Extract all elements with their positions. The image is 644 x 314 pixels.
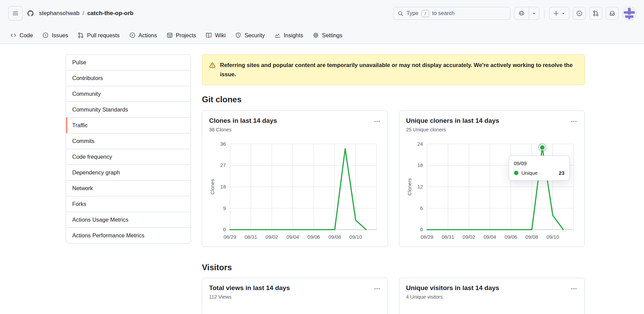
svg-text:09/08: 09/08	[329, 234, 341, 240]
svg-text:9: 9	[223, 206, 226, 211]
line-chart: 0612182408/2908/3109/0209/0409/0609/0809…	[406, 139, 578, 240]
svg-text:09/04: 09/04	[484, 234, 496, 240]
tab-wiki[interactable]: Wiki	[201, 27, 230, 44]
identicon	[622, 6, 636, 20]
clones-chart[interactable]: 0918273608/2908/3109/0209/0409/0609/0809…	[209, 139, 381, 240]
hamburger-menu-button[interactable]	[8, 6, 23, 21]
svg-text:0: 0	[420, 227, 423, 232]
card-header: Unique visitors in last 14 days 4 Unique…	[406, 284, 578, 300]
svg-text:24: 24	[417, 141, 423, 147]
github-logo-icon[interactable]	[27, 10, 34, 16]
svg-text:09/02: 09/02	[462, 234, 475, 240]
sidebar-item-commits[interactable]: Commits	[66, 133, 191, 149]
warning-banner-text: Referring sites and popular content are …	[220, 61, 578, 79]
three-bars-icon	[12, 10, 18, 16]
copilot-button[interactable]	[514, 7, 529, 19]
tab-actions[interactable]: Actions	[125, 27, 162, 44]
svg-text:09/02: 09/02	[266, 234, 278, 240]
sidebar-item-community[interactable]: Community	[66, 86, 191, 102]
create-new-button[interactable]	[549, 7, 569, 20]
search-input[interactable]: Type / to search	[393, 7, 511, 20]
inbox-button[interactable]	[606, 7, 619, 20]
tooltip-row: Unique 23	[514, 170, 565, 176]
card-stat: 112 Views	[209, 294, 290, 300]
card-header: Clones in last 14 days 38 Clones	[209, 117, 381, 132]
tab-pull-requests[interactable]: Pull requests	[73, 27, 124, 44]
svg-text:36: 36	[220, 141, 226, 147]
global-header-row: stephanschwab / catch-the-op-orb Type / …	[0, 0, 644, 27]
sidebar-item-actions-usage-metrics[interactable]: Actions Usage Metrics	[66, 212, 191, 227]
tab-label: Settings	[322, 32, 343, 39]
svg-text:0: 0	[223, 227, 226, 232]
card-header: Total views in last 14 days 112 Views	[209, 284, 381, 300]
header-actions: Type / to search	[393, 6, 636, 21]
svg-text:18: 18	[417, 162, 423, 168]
avatar[interactable]	[622, 6, 636, 21]
svg-text:Cloners: Cloners	[407, 178, 412, 196]
total-views-chart[interactable]	[209, 306, 381, 314]
card-title: Clones in last 14 days	[209, 117, 277, 125]
card-menu-button[interactable]	[373, 117, 381, 128]
unique-visitors-chart[interactable]	[406, 306, 578, 314]
tab-security[interactable]: Security	[230, 27, 270, 44]
play-icon	[129, 32, 136, 38]
visitors-heading: Visitors	[202, 263, 585, 272]
svg-text:09/08: 09/08	[525, 234, 538, 240]
card-title: Unique visitors in last 14 days	[406, 284, 499, 292]
svg-text:08/31: 08/31	[245, 234, 257, 240]
pull-request-icon	[78, 32, 84, 38]
svg-text:09/06: 09/06	[308, 234, 320, 240]
sidebar-item-pulse[interactable]: Pulse	[66, 55, 191, 70]
kebab-horizontal-icon	[571, 286, 577, 292]
card-header: Unique cloners in last 14 days 25 Unique…	[406, 117, 578, 132]
unique-cloners-chart[interactable]: 0612182408/2908/3109/0209/0409/0609/0809…	[406, 139, 578, 240]
tooltip-series-label: Unique	[521, 170, 538, 176]
sidebar-item-forks[interactable]: Forks	[66, 196, 191, 212]
sidebar-item-network[interactable]: Network	[66, 180, 191, 196]
card-menu-button[interactable]	[570, 117, 578, 128]
sidebar-item-community-standards[interactable]: Community Standards	[66, 102, 191, 117]
app-header: stephanschwab / catch-the-op-orb Type / …	[0, 0, 644, 44]
card-menu-button[interactable]	[570, 284, 578, 295]
search-placeholder-suffix: to search	[432, 10, 455, 16]
breadcrumb-owner-link[interactable]: stephanschwab	[39, 10, 79, 17]
plus-icon	[553, 10, 559, 16]
table-icon	[167, 32, 173, 38]
tab-projects[interactable]: Projects	[162, 27, 201, 44]
gear-icon	[313, 32, 319, 38]
book-icon	[206, 32, 212, 38]
code-icon	[10, 32, 16, 38]
copilot-menu-button[interactable]	[529, 7, 539, 19]
header-divider	[544, 9, 544, 18]
graph-icon	[274, 32, 281, 38]
git-clones-heading: Git clones	[202, 95, 585, 104]
shield-icon	[235, 32, 241, 38]
issues-dashboard-button[interactable]	[573, 7, 586, 20]
sidebar-item-dependency-graph[interactable]: Dependency graph	[66, 165, 191, 180]
sidebar-item-contributors[interactable]: Contributors	[66, 70, 191, 86]
card-stat: 4 Unique visitors	[406, 294, 499, 300]
tab-insights[interactable]: Insights	[270, 27, 308, 44]
svg-text:08/31: 08/31	[441, 234, 454, 240]
card-menu-button[interactable]	[373, 284, 381, 295]
pull-request-icon	[593, 10, 599, 16]
svg-text:6: 6	[420, 206, 423, 211]
tab-code[interactable]: Code	[5, 27, 38, 44]
tab-settings[interactable]: Settings	[308, 27, 347, 44]
tab-issues[interactable]: Issues	[38, 27, 73, 44]
sidebar-item-actions-performance-metrics[interactable]: Actions Performance Metrics	[66, 227, 191, 243]
visitors-cards: Total views in last 14 days 112 Views Un…	[202, 278, 585, 314]
search-icon	[398, 11, 403, 16]
line-chart: 0918273608/2908/3109/0209/0409/0609/0809…	[209, 139, 381, 240]
pull-requests-dashboard-button[interactable]	[589, 7, 602, 20]
traffic-main: Referring sites and popular content are …	[202, 54, 585, 314]
sidebar-item-code-frequency[interactable]: Code frequency	[66, 149, 191, 165]
card-stat: 25 Unique cloners	[406, 127, 499, 132]
breadcrumb-repo-link[interactable]: catch-the-op-orb	[87, 10, 133, 17]
tab-label: Code	[20, 32, 33, 39]
tab-label: Pull requests	[87, 32, 119, 39]
git-clones-cards: Clones in last 14 days 38 Clones 0918273…	[202, 110, 585, 247]
sidebar-item-traffic[interactable]: Traffic	[66, 117, 191, 133]
svg-text:27: 27	[220, 162, 226, 168]
kebab-horizontal-icon	[374, 118, 380, 125]
